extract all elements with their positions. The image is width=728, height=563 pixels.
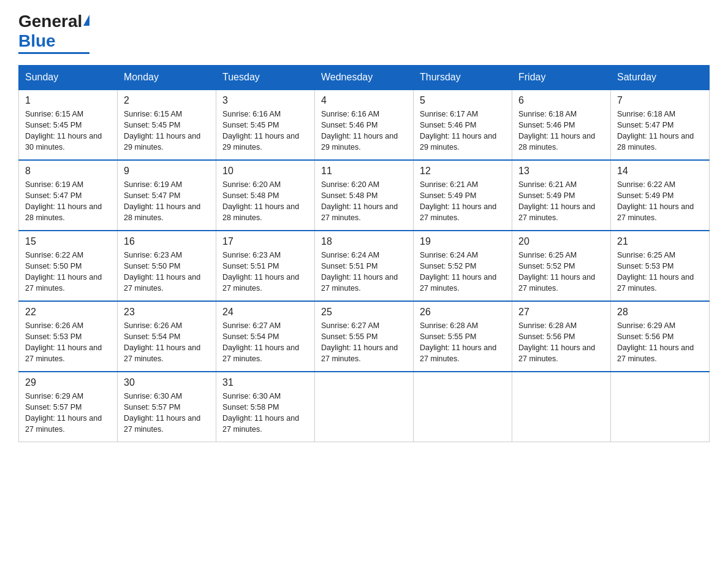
day-number: 1 [25, 95, 111, 106]
calendar-cell: 29Sunrise: 6:29 AMSunset: 5:57 PMDayligh… [19, 372, 118, 442]
calendar-cell: 13Sunrise: 6:21 AMSunset: 5:49 PMDayligh… [512, 160, 611, 231]
day-number: 20 [518, 236, 604, 247]
calendar-table: SundayMondayTuesdayWednesdayThursdayFrid… [18, 65, 710, 443]
day-info: Sunrise: 6:30 AMSunset: 5:57 PMDaylight:… [124, 391, 210, 435]
day-number: 15 [25, 236, 111, 247]
calendar-cell: 30Sunrise: 6:30 AMSunset: 5:57 PMDayligh… [118, 372, 216, 442]
day-number: 7 [617, 95, 703, 106]
header-row: SundayMondayTuesdayWednesdayThursdayFrid… [19, 65, 710, 90]
calendar-cell: 22Sunrise: 6:26 AMSunset: 5:53 PMDayligh… [19, 301, 118, 372]
day-info: Sunrise: 6:21 AMSunset: 5:49 PMDaylight:… [420, 179, 506, 224]
day-number: 23 [124, 307, 210, 318]
day-number: 10 [222, 166, 308, 177]
calendar-cell: 2Sunrise: 6:15 AMSunset: 5:45 PMDaylight… [118, 90, 216, 160]
calendar-cell: 6Sunrise: 6:18 AMSunset: 5:46 PMDaylight… [512, 90, 611, 160]
calendar-cell: 9Sunrise: 6:19 AMSunset: 5:47 PMDaylight… [118, 160, 216, 231]
day-number: 13 [518, 166, 604, 177]
calendar-cell [315, 372, 414, 442]
day-info: Sunrise: 6:26 AMSunset: 5:53 PMDaylight:… [25, 320, 111, 365]
calendar-cell: 14Sunrise: 6:22 AMSunset: 5:49 PMDayligh… [611, 160, 710, 231]
day-info: Sunrise: 6:27 AMSunset: 5:55 PMDaylight:… [321, 320, 407, 365]
day-number: 31 [222, 377, 308, 388]
calendar-cell [414, 372, 512, 442]
day-number: 19 [420, 236, 506, 247]
calendar-cell: 28Sunrise: 6:29 AMSunset: 5:56 PMDayligh… [611, 301, 710, 372]
calendar-cell: 7Sunrise: 6:18 AMSunset: 5:47 PMDaylight… [611, 90, 710, 160]
calendar-cell: 1Sunrise: 6:15 AMSunset: 5:45 PMDaylight… [19, 90, 118, 160]
week-row-3: 15Sunrise: 6:22 AMSunset: 5:50 PMDayligh… [19, 231, 710, 301]
day-info: Sunrise: 6:24 AMSunset: 5:51 PMDaylight:… [321, 250, 407, 294]
day-number: 29 [25, 377, 111, 388]
calendar-cell: 23Sunrise: 6:26 AMSunset: 5:54 PMDayligh… [118, 301, 216, 372]
calendar-cell: 19Sunrise: 6:24 AMSunset: 5:52 PMDayligh… [414, 231, 512, 301]
header-day-friday: Friday [512, 65, 611, 90]
header-day-thursday: Thursday [414, 65, 512, 90]
day-info: Sunrise: 6:23 AMSunset: 5:50 PMDaylight:… [124, 250, 210, 294]
calendar-header: SundayMondayTuesdayWednesdayThursdayFrid… [19, 65, 710, 90]
day-info: Sunrise: 6:21 AMSunset: 5:49 PMDaylight:… [518, 179, 604, 224]
day-number: 18 [321, 236, 407, 247]
calendar-cell: 21Sunrise: 6:25 AMSunset: 5:53 PMDayligh… [611, 231, 710, 301]
calendar-cell: 3Sunrise: 6:16 AMSunset: 5:45 PMDaylight… [216, 90, 315, 160]
day-info: Sunrise: 6:17 AMSunset: 5:46 PMDaylight:… [420, 109, 506, 153]
day-number: 26 [420, 307, 506, 318]
day-number: 4 [321, 95, 407, 106]
header: General Blue [18, 12, 710, 54]
day-info: Sunrise: 6:29 AMSunset: 5:56 PMDaylight:… [617, 320, 703, 365]
day-info: Sunrise: 6:28 AMSunset: 5:55 PMDaylight:… [420, 320, 506, 365]
day-info: Sunrise: 6:19 AMSunset: 5:47 PMDaylight:… [25, 179, 111, 224]
day-number: 5 [420, 95, 506, 106]
day-info: Sunrise: 6:27 AMSunset: 5:54 PMDaylight:… [222, 320, 308, 365]
day-number: 17 [222, 236, 308, 247]
calendar-cell: 4Sunrise: 6:16 AMSunset: 5:46 PMDaylight… [315, 90, 414, 160]
logo-general-text: General [18, 12, 82, 31]
day-number: 30 [124, 377, 210, 388]
day-info: Sunrise: 6:22 AMSunset: 5:49 PMDaylight:… [617, 179, 703, 224]
logo-underline [18, 52, 89, 54]
logo-triangle-icon [83, 15, 89, 26]
calendar-cell: 5Sunrise: 6:17 AMSunset: 5:46 PMDaylight… [414, 90, 512, 160]
day-number: 22 [25, 307, 111, 318]
day-number: 2 [124, 95, 210, 106]
logo-blue-text: Blue [18, 31, 56, 51]
header-day-monday: Monday [118, 65, 216, 90]
calendar-cell: 24Sunrise: 6:27 AMSunset: 5:54 PMDayligh… [216, 301, 315, 372]
day-number: 16 [124, 236, 210, 247]
day-info: Sunrise: 6:29 AMSunset: 5:57 PMDaylight:… [25, 391, 111, 435]
day-info: Sunrise: 6:16 AMSunset: 5:45 PMDaylight:… [222, 109, 308, 153]
calendar-cell: 12Sunrise: 6:21 AMSunset: 5:49 PMDayligh… [414, 160, 512, 231]
day-info: Sunrise: 6:15 AMSunset: 5:45 PMDaylight:… [25, 109, 111, 153]
calendar-cell: 10Sunrise: 6:20 AMSunset: 5:48 PMDayligh… [216, 160, 315, 231]
day-info: Sunrise: 6:20 AMSunset: 5:48 PMDaylight:… [321, 179, 407, 224]
week-row-2: 8Sunrise: 6:19 AMSunset: 5:47 PMDaylight… [19, 160, 710, 231]
header-day-sunday: Sunday [19, 65, 118, 90]
calendar-cell: 11Sunrise: 6:20 AMSunset: 5:48 PMDayligh… [315, 160, 414, 231]
day-info: Sunrise: 6:16 AMSunset: 5:46 PMDaylight:… [321, 109, 407, 153]
calendar-cell [512, 372, 611, 442]
day-number: 28 [617, 307, 703, 318]
day-number: 3 [222, 95, 308, 106]
day-info: Sunrise: 6:25 AMSunset: 5:52 PMDaylight:… [518, 250, 604, 294]
calendar-cell: 27Sunrise: 6:28 AMSunset: 5:56 PMDayligh… [512, 301, 611, 372]
day-info: Sunrise: 6:19 AMSunset: 5:47 PMDaylight:… [124, 179, 210, 224]
day-number: 11 [321, 166, 407, 177]
day-number: 9 [124, 166, 210, 177]
week-row-5: 29Sunrise: 6:29 AMSunset: 5:57 PMDayligh… [19, 372, 710, 442]
calendar-cell: 17Sunrise: 6:23 AMSunset: 5:51 PMDayligh… [216, 231, 315, 301]
calendar-cell: 8Sunrise: 6:19 AMSunset: 5:47 PMDaylight… [19, 160, 118, 231]
calendar-cell: 16Sunrise: 6:23 AMSunset: 5:50 PMDayligh… [118, 231, 216, 301]
day-info: Sunrise: 6:28 AMSunset: 5:56 PMDaylight:… [518, 320, 604, 365]
day-info: Sunrise: 6:22 AMSunset: 5:50 PMDaylight:… [25, 250, 111, 294]
day-number: 14 [617, 166, 703, 177]
day-info: Sunrise: 6:25 AMSunset: 5:53 PMDaylight:… [617, 250, 703, 294]
calendar-cell: 26Sunrise: 6:28 AMSunset: 5:55 PMDayligh… [414, 301, 512, 372]
day-info: Sunrise: 6:20 AMSunset: 5:48 PMDaylight:… [222, 179, 308, 224]
day-number: 27 [518, 307, 604, 318]
calendar-cell: 31Sunrise: 6:30 AMSunset: 5:58 PMDayligh… [216, 372, 315, 442]
day-number: 12 [420, 166, 506, 177]
calendar-cell: 15Sunrise: 6:22 AMSunset: 5:50 PMDayligh… [19, 231, 118, 301]
logo: General Blue [18, 12, 89, 54]
week-row-1: 1Sunrise: 6:15 AMSunset: 5:45 PMDaylight… [19, 90, 710, 160]
day-info: Sunrise: 6:23 AMSunset: 5:51 PMDaylight:… [222, 250, 308, 294]
day-info: Sunrise: 6:30 AMSunset: 5:58 PMDaylight:… [222, 391, 308, 435]
